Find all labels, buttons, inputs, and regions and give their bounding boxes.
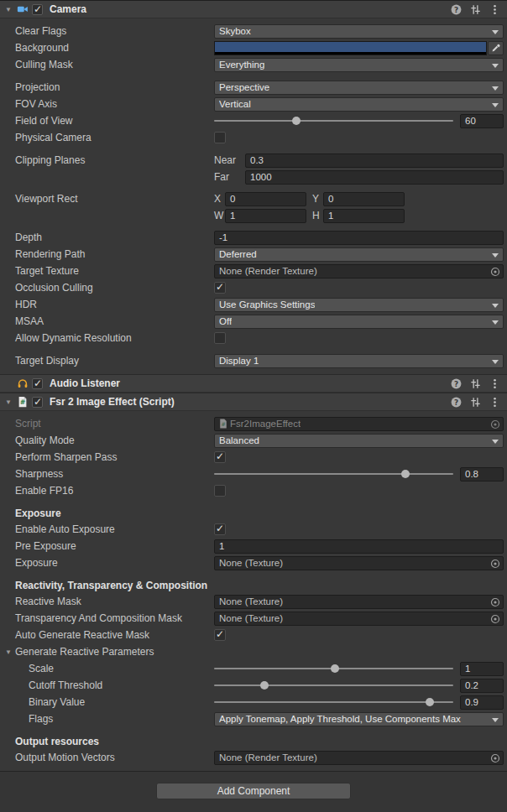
hdr-dropdown[interactable]: Use Graphics Settings (214, 298, 504, 312)
clear-flags-dropdown[interactable]: Skybox (214, 24, 504, 39)
fsr2-foldout-icon[interactable]: ▼ (3, 398, 14, 406)
slider-handle[interactable] (401, 470, 410, 478)
add-component-button[interactable]: Add Component (156, 783, 351, 799)
field-label: Clipping Planes (0, 154, 214, 166)
chevron-down-icon (492, 360, 499, 364)
output-motion-vectors-object-field[interactable]: None (Render Texture) (214, 751, 504, 765)
viewport-w-input[interactable]: 1 (225, 209, 306, 223)
help-icon[interactable]: ? (449, 395, 463, 409)
cutoff-threshold-slider[interactable] (214, 679, 453, 692)
field-of-view-value[interactable]: 60 (460, 114, 504, 128)
projection-dropdown[interactable]: Perspective (214, 81, 504, 95)
object-picker-icon[interactable] (490, 419, 500, 431)
section-reactivity: Reactivity, Transparency & Composition (0, 578, 507, 593)
field-label: Culling Mask (0, 59, 214, 70)
sharpness-slider[interactable] (214, 467, 453, 481)
field-label: Target Texture (0, 265, 214, 277)
headphones-icon (16, 377, 29, 390)
enable-fp16-checkbox[interactable] (214, 485, 226, 497)
physical-camera-checkbox[interactable] (214, 132, 226, 143)
more-options-icon[interactable] (488, 377, 501, 390)
viewport-x-input[interactable]: 0 (225, 192, 306, 206)
object-picker-icon[interactable] (490, 753, 500, 765)
slider-handle[interactable] (260, 681, 269, 690)
fsr2-component-header[interactable]: ▼ # Fsr 2 Image Effect (Script) ? (0, 393, 507, 411)
camera-enabled-checkbox[interactable] (32, 4, 43, 15)
section-title: Output resources (0, 736, 214, 747)
allow-dynamic-resolution-checkbox[interactable] (214, 332, 226, 344)
field-cutoff-threshold: Cutoff Threshold 0.2 (0, 677, 507, 694)
scale-value[interactable]: 1 (460, 662, 504, 676)
viewport-y-input[interactable]: 0 (323, 192, 405, 206)
audio-listener-component-header[interactable]: ▼ Audio Listener ? (0, 374, 507, 393)
field-label: Sharpness (0, 468, 214, 480)
culling-mask-dropdown[interactable]: Everything (214, 58, 504, 72)
reactive-mask-object-field[interactable]: None (Texture) (214, 595, 504, 609)
msaa-dropdown[interactable]: Off (214, 315, 504, 329)
depth-input[interactable]: -1 (214, 231, 504, 245)
fsr2-enabled-checkbox[interactable] (32, 397, 43, 408)
presets-icon[interactable] (468, 377, 482, 390)
help-icon[interactable]: ? (449, 377, 463, 390)
field-clipping-planes-far: Far1000 (0, 169, 507, 185)
scale-slider[interactable] (214, 662, 453, 675)
script-object-field[interactable]: # Fsr2ImageEffect (214, 417, 504, 431)
perform-sharpen-pass-checkbox[interactable] (214, 451, 226, 463)
flags-dropdown[interactable]: Apply Tonemap, Apply Threshold, Use Comp… (214, 712, 504, 726)
w-label: W (214, 210, 225, 221)
presets-icon[interactable] (468, 3, 482, 16)
far-label: Far (214, 171, 245, 183)
field-label: Quality Mode (0, 435, 214, 446)
audio-listener-component-title: Audio Listener (50, 377, 120, 389)
more-options-icon[interactable] (488, 3, 501, 16)
camera-component-header[interactable]: ▼ Camera ? (0, 0, 507, 18)
sharpness-value[interactable]: 0.8 (460, 467, 504, 481)
presets-icon[interactable] (468, 395, 482, 409)
object-picker-icon[interactable] (490, 597, 500, 609)
field-enable-fp16: Enable FP16 (0, 482, 507, 499)
camera-component-title: Camera (50, 3, 86, 15)
exposure-object-field[interactable]: None (Texture) (214, 556, 504, 570)
rendering-path-dropdown[interactable]: Deferred (214, 247, 504, 262)
field-viewport-rect-xy: Viewport Rect X 0 Y 0 (0, 190, 507, 207)
auto-generate-reactive-mask-checkbox[interactable] (214, 629, 226, 641)
slider-handle[interactable] (331, 664, 339, 673)
target-display-dropdown[interactable]: Display 1 (214, 354, 504, 368)
binary-value-slider[interactable] (214, 695, 453, 709)
field-of-view-slider[interactable] (214, 114, 453, 128)
slider-handle[interactable] (426, 698, 434, 706)
camera-foldout-icon[interactable]: ▼ (3, 6, 14, 13)
object-picker-icon[interactable] (490, 559, 500, 570)
eyedropper-icon[interactable] (488, 41, 504, 55)
field-fov-axis: FOV Axis Vertical (0, 96, 507, 112)
cutoff-threshold-value[interactable]: 0.2 (460, 679, 504, 693)
fov-axis-dropdown[interactable]: Vertical (214, 97, 504, 112)
target-texture-object-field[interactable]: None (Render Texture) (214, 264, 504, 278)
object-picker-icon[interactable] (490, 267, 500, 278)
chevron-down-icon (492, 103, 499, 107)
help-icon[interactable]: ? (449, 3, 463, 16)
pre-exposure-input[interactable]: 1 (214, 539, 504, 554)
foldout-arrow-icon[interactable]: ▼ (5, 648, 15, 656)
svg-text:#: # (221, 421, 225, 427)
slider-handle[interactable] (292, 117, 301, 125)
field-label: MSAA (0, 315, 214, 327)
enable-auto-exposure-checkbox[interactable] (214, 523, 226, 535)
field-hdr: HDR Use Graphics Settings (0, 296, 507, 313)
audio-listener-enabled-checkbox[interactable] (32, 378, 43, 389)
field-culling-mask: Culling Mask Everything (0, 56, 507, 73)
field-label: Exposure (0, 557, 214, 569)
occlusion-culling-checkbox[interactable] (214, 282, 226, 294)
transparency-mask-object-field[interactable]: None (Texture) (214, 612, 504, 626)
quality-mode-dropdown[interactable]: Balanced (214, 434, 504, 448)
object-picker-icon[interactable] (490, 614, 500, 626)
viewport-h-input[interactable]: 1 (323, 209, 405, 223)
clipping-far-input[interactable]: 1000 (245, 170, 504, 185)
clipping-near-input[interactable]: 0.3 (245, 154, 504, 168)
background-color-swatch[interactable] (214, 41, 487, 55)
binary-value-value[interactable]: 0.9 (460, 695, 504, 710)
section-exposure: Exposure (0, 506, 507, 521)
more-options-icon[interactable] (488, 395, 501, 409)
field-pre-exposure: Pre Exposure 1 (0, 538, 507, 554)
generate-reactive-parameters-foldout[interactable]: ▼Generate Reactive Parameters (0, 646, 214, 658)
